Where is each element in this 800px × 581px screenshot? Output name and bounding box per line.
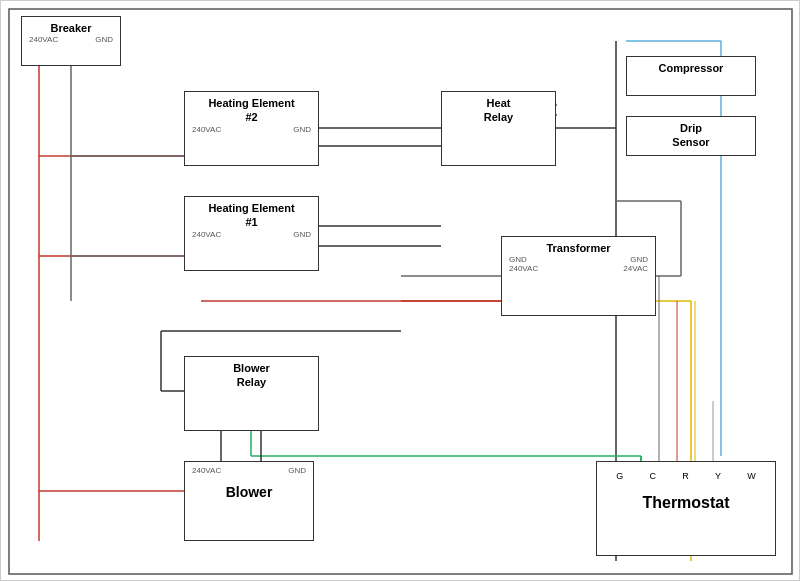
- thermostat-g: G: [616, 471, 623, 481]
- transformer-top-terminals: GND GND: [506, 255, 651, 264]
- blower-relay-label: BlowerRelay: [189, 361, 314, 390]
- thermostat-component: G C R Y W Thermostat: [596, 461, 776, 556]
- blower-gnd: GND: [288, 466, 306, 475]
- blower-terminals-top: 240VAC GND: [189, 466, 309, 475]
- he2-label: Heating Element#2: [189, 96, 314, 125]
- transformer-gnd1: GND: [509, 255, 527, 264]
- breaker-terminals: 240VAC GND: [26, 35, 116, 44]
- transformer-component: Transformer GND GND 240VAC 24VAC: [501, 236, 656, 316]
- drip-sensor-component: DripSensor: [626, 116, 756, 156]
- wiring-diagram: Breaker 240VAC GND Heating Element#2 240…: [0, 0, 800, 581]
- breaker-component: Breaker 240VAC GND: [21, 16, 121, 66]
- heating-element-1-component: Heating Element#1 240VAC GND: [184, 196, 319, 271]
- compressor-component: Compressor: [626, 56, 756, 96]
- thermostat-c: C: [649, 471, 656, 481]
- thermostat-y: Y: [715, 471, 721, 481]
- thermostat-w: W: [747, 471, 756, 481]
- thermostat-r: R: [682, 471, 689, 481]
- transformer-gnd2: GND: [630, 255, 648, 264]
- transformer-240vac: 240VAC: [509, 264, 538, 273]
- heat-relay-label: HeatRelay: [446, 96, 551, 125]
- breaker-label: Breaker: [26, 21, 116, 35]
- blower-label: Blower: [189, 483, 309, 501]
- he2-gnd: GND: [293, 125, 311, 134]
- compressor-label: Compressor: [631, 61, 751, 75]
- breaker-240vac: 240VAC: [29, 35, 58, 44]
- transformer-label: Transformer: [506, 241, 651, 255]
- transformer-24vac: 24VAC: [623, 264, 648, 273]
- he2-240vac: 240VAC: [192, 125, 221, 134]
- blower-relay-component: BlowerRelay: [184, 356, 319, 431]
- breaker-gnd: GND: [95, 35, 113, 44]
- thermostat-terminals: G C R Y W: [603, 471, 769, 481]
- heating-element-2-component: Heating Element#2 240VAC GND: [184, 91, 319, 166]
- blower-component: 240VAC GND Blower: [184, 461, 314, 541]
- he1-240vac: 240VAC: [192, 230, 221, 239]
- heat-relay-component: HeatRelay: [441, 91, 556, 166]
- drip-sensor-label: DripSensor: [631, 121, 751, 150]
- he2-terminals: 240VAC GND: [189, 125, 314, 134]
- blower-240vac: 240VAC: [192, 466, 221, 475]
- he1-label: Heating Element#1: [189, 201, 314, 230]
- he1-terminals: 240VAC GND: [189, 230, 314, 239]
- transformer-bot-terminals: 240VAC 24VAC: [506, 264, 651, 273]
- thermostat-label: Thermostat: [603, 493, 769, 514]
- he1-gnd: GND: [293, 230, 311, 239]
